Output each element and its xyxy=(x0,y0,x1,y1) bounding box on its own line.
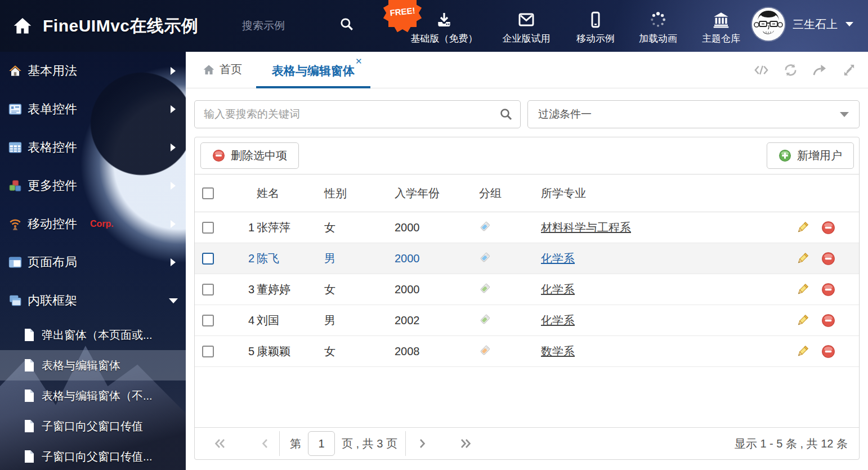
sidebar-subitem-grid-edit-window-2[interactable]: 表格与编辑窗体（不... xyxy=(0,381,186,411)
table-row[interactable]: 4 刘国 男 2002 化学系 xyxy=(195,305,859,336)
edit-pencil-icon[interactable] xyxy=(795,283,809,297)
prev-page-icon[interactable] xyxy=(259,437,271,450)
major-link[interactable]: 材料科学与工程系 xyxy=(541,220,775,235)
delete-selected-button[interactable]: 删除选中项 xyxy=(200,142,299,169)
row-checkbox[interactable] xyxy=(202,315,214,326)
table-row-selected[interactable]: 2 陈飞 男 2000 化学系 xyxy=(195,243,859,274)
sidebar-subitem-child-to-parent[interactable]: 子窗口向父窗口传值 xyxy=(0,411,186,441)
table-icon xyxy=(8,140,23,155)
share-icon[interactable] xyxy=(812,63,827,77)
table-row[interactable]: 3 董婷婷 女 2000 化学系 xyxy=(195,274,859,305)
next-page-icon[interactable] xyxy=(416,437,428,450)
header-nav: 基础版（免费） 企业版试用 移动示例 加载动画 主题仓库 xyxy=(408,0,745,52)
sidebar-item-form-controls[interactable]: 表单控件 xyxy=(0,90,186,128)
filter-dropdown[interactable]: 过滤条件一 xyxy=(527,100,860,128)
minus-circle-icon xyxy=(212,149,225,162)
page-prefix: 第 xyxy=(290,436,301,451)
user-menu[interactable]: 三生石上 xyxy=(752,8,853,41)
sidebar-item-more-controls[interactable]: 更多控件 xyxy=(0,167,186,205)
cell-year: 2000 xyxy=(395,252,479,265)
header-search-input[interactable] xyxy=(242,16,335,36)
first-page-icon[interactable] xyxy=(214,437,226,450)
cell-name: 张萍萍 xyxy=(257,220,324,235)
tab-label: 首页 xyxy=(220,62,242,77)
expand-icon[interactable] xyxy=(842,63,857,77)
table-header-row: 姓名 性别 入学年份 分组 所学专业 xyxy=(195,174,859,212)
sidebar: 基本用法 表单控件 表格控件 更多控件 移动控件 Cor xyxy=(0,52,186,470)
cell-gender: 女 xyxy=(324,220,395,235)
cell-gender: 女 xyxy=(324,282,395,297)
filter-row: 过滤条件一 xyxy=(186,100,868,128)
row-index: 4 xyxy=(223,314,257,327)
major-link[interactable]: 数学系 xyxy=(541,344,775,359)
select-all-checkbox[interactable] xyxy=(202,187,214,199)
sidebar-subitem-grid-edit-window[interactable]: 表格与编辑窗体 xyxy=(0,350,186,381)
sidebar-item-basic-usage[interactable]: 基本用法 xyxy=(0,52,186,90)
cell-year: 2000 xyxy=(395,283,479,296)
delete-row-icon[interactable] xyxy=(821,221,835,235)
column-header-group[interactable]: 分组 xyxy=(479,186,541,201)
row-checkbox[interactable] xyxy=(202,346,214,357)
sidebar-subitem-label: 子窗口向父窗口传值... xyxy=(42,449,153,464)
column-header-year[interactable]: 入学年份 xyxy=(395,186,479,201)
tab-grid-edit-window[interactable]: 表格与编辑窗体 ✕ xyxy=(256,52,370,88)
nav-item-enterprise-trial[interactable]: 企业版试用 xyxy=(496,7,557,45)
sidebar-subitem-child-to-parent-2[interactable]: 子窗口向父窗口传值... xyxy=(0,441,186,470)
tag-icon xyxy=(479,221,491,232)
table-row[interactable]: 5 康颖颖 女 2008 数学系 xyxy=(195,336,859,367)
page-suffix: 页 , 共 3 页 xyxy=(342,436,397,451)
delete-row-icon[interactable] xyxy=(821,252,835,266)
edit-pencil-icon[interactable] xyxy=(795,344,809,359)
grid-toolbar: 删除选中项 新增用户 xyxy=(195,137,859,174)
column-header-name[interactable]: 姓名 xyxy=(257,186,324,201)
sidebar-subitem-popup-window[interactable]: 弹出窗体（本页面或... xyxy=(0,320,186,350)
frames-icon xyxy=(8,293,23,308)
tab-home[interactable]: 首页 xyxy=(203,62,242,77)
chevron-down-icon xyxy=(840,112,849,117)
chevron-right-icon xyxy=(171,144,176,151)
keyword-search-input[interactable] xyxy=(194,100,521,128)
table-row[interactable]: 1 张萍萍 女 2000 材料科学与工程系 xyxy=(195,212,859,243)
edit-pencil-icon[interactable] xyxy=(795,314,809,328)
sidebar-item-grid-controls[interactable]: 表格控件 xyxy=(0,128,186,167)
refresh-icon[interactable] xyxy=(783,63,798,77)
close-icon[interactable]: ✕ xyxy=(355,56,363,66)
home-icon[interactable] xyxy=(12,16,33,36)
major-link[interactable]: 化学系 xyxy=(541,282,775,297)
sidebar-item-iframe[interactable]: 内联框架 xyxy=(0,281,186,320)
delete-row-icon[interactable] xyxy=(821,283,835,297)
tab-label: 表格与编辑窗体 xyxy=(272,63,355,79)
sidebar-item-page-layout[interactable]: 页面布局 xyxy=(0,243,186,281)
cell-name: 康颖颖 xyxy=(257,344,324,359)
data-table: 姓名 性别 入学年份 分组 所学专业 1 张萍萍 女 2000 材料科学与工程系 xyxy=(195,174,859,367)
avatar xyxy=(752,8,785,41)
row-checkbox[interactable] xyxy=(202,284,214,296)
code-icon[interactable] xyxy=(754,63,769,77)
tag-icon xyxy=(479,252,491,263)
major-link[interactable]: 化学系 xyxy=(541,251,775,266)
last-page-icon[interactable] xyxy=(459,437,472,450)
edit-pencil-icon[interactable] xyxy=(795,221,809,235)
nav-label: 基础版（免费） xyxy=(411,32,478,45)
row-checkbox[interactable] xyxy=(202,222,214,234)
column-header-gender[interactable]: 性别 xyxy=(324,186,395,201)
page-number-input[interactable] xyxy=(308,431,335,456)
column-header-major[interactable]: 所学专业 xyxy=(541,186,775,201)
add-user-button[interactable]: 新增用户 xyxy=(767,142,854,169)
search-icon[interactable] xyxy=(339,17,354,32)
row-checkbox[interactable] xyxy=(202,253,214,265)
nav-label: 企业版试用 xyxy=(503,32,551,45)
nav-item-mobile-demo[interactable]: 移动示例 xyxy=(572,7,619,45)
delete-row-icon[interactable] xyxy=(821,314,835,328)
layout-icon xyxy=(8,255,23,270)
major-link[interactable]: 化学系 xyxy=(541,313,775,328)
tab-toolbar xyxy=(754,63,857,77)
search-icon[interactable] xyxy=(499,108,513,121)
delete-row-icon[interactable] xyxy=(821,344,835,359)
bank-icon xyxy=(712,11,730,29)
cell-year: 2000 xyxy=(395,221,479,234)
sidebar-item-mobile-controls[interactable]: 移动控件 Corp. xyxy=(0,205,186,243)
edit-pencil-icon[interactable] xyxy=(795,252,809,266)
nav-item-theme-repo[interactable]: 主题仓库 xyxy=(697,7,745,45)
nav-item-loading-animation[interactable]: 加载动画 xyxy=(634,7,682,45)
